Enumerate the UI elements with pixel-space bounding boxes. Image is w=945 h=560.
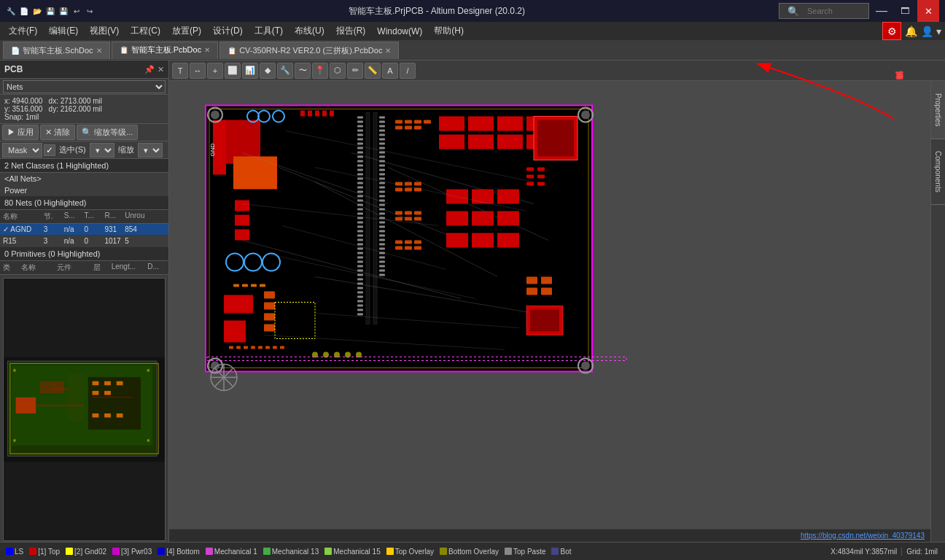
- menu-help[interactable]: 帮助(H): [428, 23, 470, 39]
- layer-top-paste[interactable]: Top Paste: [502, 548, 548, 556]
- notification-icon[interactable]: 🔔: [901, 22, 920, 40]
- net-power[interactable]: Power: [0, 184, 168, 196]
- menu-view[interactable]: 视图(V): [84, 23, 125, 39]
- new-icon[interactable]: 📄: [19, 6, 29, 16]
- svg-point-39: [581, 111, 590, 120]
- tab-pcb[interactable]: 📋 智能车主板.PcbDoc ✕: [112, 42, 219, 59]
- search-icon: 🔍: [782, 0, 804, 22]
- settings-button[interactable]: ⚙: [882, 22, 901, 40]
- tool-arrow[interactable]: ↔: [190, 63, 206, 79]
- nets-dropdown[interactable]: Nets: [3, 80, 166, 93]
- layer-ls[interactable]: LS: [3, 548, 26, 556]
- tab-pcb-close[interactable]: ✕: [204, 46, 210, 54]
- svg-rect-159: [235, 201, 249, 211]
- tool-wrench[interactable]: 🔧: [277, 63, 293, 79]
- layer-bot[interactable]: Bot: [548, 548, 574, 556]
- redo-icon[interactable]: ↪: [85, 6, 95, 16]
- clear-button[interactable]: ✕ 清除: [40, 125, 75, 140]
- svg-rect-90: [357, 287, 363, 289]
- tool-font[interactable]: A: [382, 63, 398, 79]
- layer-pwr03[interactable]: [3] Pwr03: [109, 548, 155, 556]
- blog-link[interactable]: https://blog.csdn.net/weixin_40379143: [801, 532, 925, 540]
- tab-schematic-label: 智能车主板.SchDoc: [23, 45, 93, 56]
- menu-edit[interactable]: 编辑(E): [43, 23, 84, 39]
- layer-gnd02-dot: [66, 548, 73, 555]
- user-icon[interactable]: 👤 ▾: [920, 22, 942, 40]
- layer-mech15[interactable]: Mechanical 15: [322, 548, 383, 556]
- menu-design[interactable]: 设计(D): [207, 23, 249, 39]
- tool-measure[interactable]: 📏: [365, 63, 381, 79]
- svg-rect-214: [530, 310, 559, 332]
- search-input[interactable]: [807, 7, 866, 15]
- layer-top-paste-label: Top Paste: [513, 548, 545, 556]
- tool-plus[interactable]: +: [207, 63, 223, 79]
- pcb-view[interactable]: GND: [169, 81, 930, 560]
- layer-top[interactable]: [1] Top: [26, 548, 63, 556]
- svg-rect-182: [395, 211, 402, 215]
- app-menu-icon[interactable]: 🔧: [6, 6, 16, 16]
- mask-select[interactable]: Mask: [2, 143, 42, 158]
- svg-rect-60: [357, 156, 363, 158]
- zoom-select[interactable]: ▾: [138, 143, 163, 158]
- close-button[interactable]: ✕: [917, 0, 939, 22]
- tool-pin[interactable]: 📍: [312, 63, 328, 79]
- statusbar: LS [1] Top [2] Gnd02 [3] Pwr03 [4] Botto…: [0, 542, 945, 560]
- layer-mech1[interactable]: Mechanical 1: [203, 548, 260, 556]
- layer-bottom-overlay[interactable]: Bottom Overlay: [437, 548, 502, 556]
- open-icon[interactable]: 📂: [32, 6, 42, 16]
- svg-rect-56: [357, 139, 363, 141]
- tab-schematic[interactable]: 📄 智能车主板.SchDoc ✕: [3, 42, 110, 59]
- tool-text[interactable]: T: [172, 63, 188, 79]
- svg-rect-63: [357, 169, 363, 171]
- svg-rect-165: [233, 284, 239, 287]
- menu-place[interactable]: 放置(P): [166, 23, 207, 39]
- filter-checkbox[interactable]: ✓: [44, 144, 55, 156]
- layer-top-overlay[interactable]: Top Overlay: [384, 548, 437, 556]
- properties-tab[interactable]: Properties: [931, 81, 945, 139]
- menu-route[interactable]: 布线(U): [289, 23, 330, 39]
- maximize-button[interactable]: 🗖: [894, 0, 916, 22]
- tool-hex[interactable]: ⬡: [330, 63, 346, 79]
- tab-cv350[interactable]: 📋 CV-350RN-R2 VER2.0 (三拼板).PcbDoc ✕: [219, 42, 399, 59]
- pcb-pin-icon[interactable]: 📌: [144, 65, 155, 74]
- minimize-button[interactable]: —: [871, 0, 892, 22]
- tool-line[interactable]: /: [400, 63, 416, 79]
- menu-project[interactable]: 工程(C): [125, 23, 166, 39]
- net-row-agnd[interactable]: ✓ AGND 3 n/a 0 931 854: [0, 224, 168, 236]
- menu-file[interactable]: 文件(F): [3, 23, 43, 39]
- tool-wave[interactable]: 〜: [295, 63, 311, 79]
- layer-mech13[interactable]: Mechanical 13: [260, 548, 322, 556]
- net-row-r15[interactable]: R15 3 n/a 0 1017 5: [0, 236, 168, 247]
- svg-rect-135: [395, 120, 402, 124]
- net-classes-header: 2 Net Classes (1 Highlighted): [0, 159, 168, 173]
- nets-header: 80 Nets (0 Highlighted): [0, 196, 168, 210]
- select-type-select[interactable]: ▾: [90, 143, 114, 158]
- tab-cv350-icon: 📋: [228, 47, 236, 55]
- zoom-button[interactable]: 🔍 缩放等级...: [77, 125, 138, 140]
- svg-rect-203: [526, 168, 534, 171]
- net-all-nets[interactable]: <All Nets>: [0, 173, 168, 184]
- components-tab[interactable]: Components: [931, 139, 945, 205]
- tab-schematic-close[interactable]: ✕: [96, 47, 102, 55]
- svg-rect-78: [357, 235, 363, 237]
- tool-rect[interactable]: ⬜: [225, 63, 241, 79]
- svg-rect-73: [357, 213, 363, 215]
- pcb-close-icon[interactable]: ✕: [158, 65, 164, 74]
- menu-window[interactable]: Window(W): [371, 24, 428, 39]
- save-icon[interactable]: 💾: [45, 6, 55, 16]
- undo-icon[interactable]: ↩: [71, 6, 82, 16]
- tool-pencil[interactable]: ✏: [347, 63, 363, 79]
- tool-polygon[interactable]: ◆: [260, 63, 276, 79]
- apply-button[interactable]: ▶ 应用: [2, 125, 39, 140]
- svg-rect-109: [379, 165, 385, 167]
- primitives-table-header: 类 名称 元件 层 Lengt... D...: [0, 261, 168, 275]
- tool-chart[interactable]: 📊: [242, 63, 258, 79]
- layer-bottom[interactable]: [4] Bottom: [155, 548, 203, 556]
- save-all-icon[interactable]: 💾: [58, 6, 69, 16]
- tab-cv350-close[interactable]: ✕: [385, 47, 391, 55]
- svg-rect-179: [395, 188, 402, 192]
- layer-gnd02[interactable]: [2] Gnd02: [63, 548, 109, 556]
- canvas-area: T ↔ + ⬜ 📊 ◆ 🔧 〜 📍 ⬡ ✏ 📏 A /: [169, 61, 945, 560]
- menu-report[interactable]: 报告(R): [330, 23, 372, 39]
- menu-tools[interactable]: 工具(T): [249, 23, 289, 39]
